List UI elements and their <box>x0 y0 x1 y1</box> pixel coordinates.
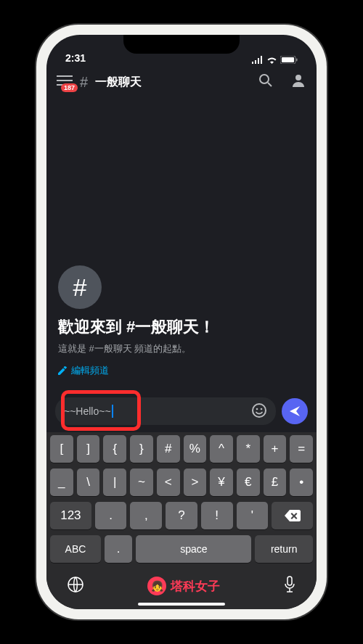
key[interactable]: + <box>264 435 287 463</box>
key[interactable]: # <box>157 435 180 463</box>
members-button[interactable] <box>290 74 306 90</box>
key[interactable]: { <box>103 435 126 463</box>
key[interactable]: ^ <box>210 435 233 463</box>
svg-point-7 <box>261 408 263 410</box>
wifi-icon <box>266 56 277 64</box>
key[interactable]: % <box>184 435 207 463</box>
key[interactable]: } <box>130 435 153 463</box>
key[interactable]: _ <box>50 468 73 496</box>
battery-icon <box>280 56 298 64</box>
status-time: 2:31 <box>65 52 86 64</box>
pencil-icon <box>58 366 67 375</box>
key[interactable]: \ <box>77 468 100 496</box>
key-delete[interactable] <box>272 502 313 529</box>
key[interactable]: > <box>184 468 207 496</box>
dictation-button[interactable] <box>283 576 296 596</box>
svg-rect-9 <box>287 577 292 585</box>
key[interactable]: ? <box>166 502 197 529</box>
menu-button[interactable]: 187 <box>57 75 73 89</box>
message-input[interactable]: ~~Hello~~ <box>55 397 276 425</box>
keyboard-row-4: ABC . space return <box>49 535 314 563</box>
status-icons <box>251 56 298 64</box>
key[interactable]: ! <box>201 502 233 529</box>
globe-icon <box>67 576 84 593</box>
channel-content: # 歡迎來到 #一般聊天！ 這就是 #一般聊天 頻道的起點。 編輯頻道 <box>46 99 317 397</box>
key[interactable]: = <box>290 435 313 463</box>
key[interactable]: < <box>157 468 180 496</box>
key-return[interactable]: return <box>255 535 313 563</box>
key[interactable]: ¥ <box>210 468 233 496</box>
svg-point-5 <box>253 404 266 417</box>
key[interactable]: ~ <box>130 468 153 496</box>
key[interactable]: * <box>237 435 260 463</box>
key-abc[interactable]: ABC <box>50 535 101 563</box>
backspace-icon <box>285 510 301 521</box>
key[interactable]: . <box>95 502 127 529</box>
svg-point-6 <box>256 408 258 410</box>
microphone-icon <box>283 576 296 593</box>
keyboard-row-2: _ \ | ~ < > ¥ € £ • <box>49 468 314 496</box>
send-button[interactable] <box>282 398 308 424</box>
svg-point-3 <box>260 75 269 83</box>
welcome-subtitle: 這就是 #一般聊天 頻道的起點。 <box>58 342 305 355</box>
key[interactable]: ] <box>77 435 100 463</box>
phone-frame: 2:31 187 # 一般聊天 # 歡迎來到 #一般聊天！ <box>36 25 327 619</box>
home-indicator[interactable] <box>138 603 225 606</box>
key[interactable]: € <box>237 468 260 496</box>
cellular-icon <box>251 56 264 64</box>
keyboard-row-1: [ ] { } # % ^ * + = <box>49 435 314 463</box>
message-input-text: ~~Hello~~ <box>64 405 111 417</box>
text-cursor <box>112 405 113 418</box>
key-space[interactable]: space <box>136 535 251 563</box>
welcome-title: 歡迎來到 #一般聊天！ <box>58 316 305 338</box>
screen: 2:31 187 # 一般聊天 # 歡迎來到 #一般聊天！ <box>46 35 317 609</box>
key-dot[interactable]: . <box>105 535 132 563</box>
key[interactable]: | <box>103 468 126 496</box>
globe-button[interactable] <box>67 576 84 596</box>
channel-hash-icon: # <box>80 74 88 91</box>
edit-channel-link[interactable]: 編輯頻道 <box>58 364 305 377</box>
watermark-avatar: 👧 <box>147 577 166 595</box>
app-header: 187 # 一般聊天 <box>46 65 317 99</box>
watermark: 👧 塔科女子 <box>147 577 220 595</box>
composer-row: ~~Hello~~ <box>46 397 317 432</box>
key-shift[interactable]: 123 <box>50 502 91 529</box>
unread-badge: 187 <box>61 83 78 92</box>
hash-icon: # <box>73 273 87 302</box>
channel-avatar: # <box>58 265 102 309</box>
key[interactable]: ' <box>237 502 269 529</box>
key[interactable]: [ <box>50 435 73 463</box>
key[interactable]: , <box>130 502 162 529</box>
channel-name: 一般聊天 <box>95 75 251 90</box>
emoji-button[interactable] <box>251 402 267 421</box>
people-icon <box>290 74 306 87</box>
search-button[interactable] <box>258 73 273 91</box>
notch <box>123 35 240 54</box>
svg-rect-2 <box>296 59 298 62</box>
svg-point-4 <box>295 75 301 80</box>
emoji-icon <box>251 402 267 418</box>
key[interactable]: £ <box>264 468 287 496</box>
edit-channel-label: 編輯頻道 <box>71 364 109 377</box>
search-icon <box>258 73 273 88</box>
svg-rect-1 <box>282 57 294 62</box>
watermark-text: 塔科女子 <box>171 578 220 595</box>
keyboard: [ ] { } # % ^ * + = _ \ | ~ < > ¥ € £ <box>46 432 317 573</box>
send-icon <box>289 405 301 417</box>
key[interactable]: • <box>290 468 313 496</box>
keyboard-row-3: 123 . , ? ! ' <box>49 502 314 529</box>
